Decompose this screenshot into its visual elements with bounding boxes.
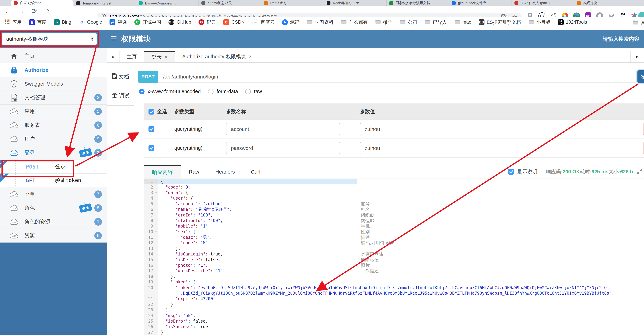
close-tab-icon[interactable]: × (165, 54, 168, 60)
bookmark-item[interactable]: 译翻译 (110, 19, 127, 25)
bookmark-item[interactable]: 应用 (4, 19, 22, 26)
back-icon[interactable]: ← (4, 8, 11, 15)
bookmark-item[interactable]: ∞百度云 (252, 19, 274, 25)
tab-title: https://汇总相关… (208, 1, 235, 5)
bookmark-item[interactable]: bBing (54, 19, 71, 25)
lock-icon (9, 66, 19, 74)
radio-x-www-form-urlencoded[interactable] (139, 89, 144, 94)
bookmark-item[interactable]: 10241024Tools (558, 19, 587, 25)
param-checkbox[interactable] (148, 126, 154, 132)
svg-text:Git: Git (621, 12, 625, 16)
sidebar-item-角色[interactable]: API角色NEW8 (0, 201, 107, 215)
json-response-viewer: 1▾{2 "code": 0,3▾ "data": {4▾ "user": {5… (144, 179, 644, 335)
bookmark-favicon (4, 19, 10, 26)
param-checkbox[interactable] (148, 145, 154, 151)
browser-tab[interactable]: 白家 建设/doc… (11, 0, 74, 6)
header-search-input[interactable]: 请输入搜索内容 (603, 36, 639, 42)
svg-text:API: API (12, 138, 16, 141)
sidebar-item-swagger-models[interactable]: Swagger Models (0, 77, 107, 91)
sidebar-item-服务表[interactable]: API服务表6 (0, 118, 107, 132)
sidebar-endpoint-post[interactable]: NEWPOST登录 (0, 160, 107, 174)
forward-icon[interactable]: → (18, 8, 24, 15)
browser-tab[interactable]: https://汇总相关… (199, 0, 261, 6)
send-button[interactable]: 发 (638, 70, 644, 83)
bookmark-item[interactable]: ✎笔记 (282, 19, 300, 25)
bookmark-item[interactable]: GHGitHub (168, 19, 191, 25)
sidebar-item-文档管理[interactable]: 文档管理3 (0, 91, 107, 104)
browser-tab[interactable]: 867X什么人 (pack)… (512, 0, 574, 6)
bookmark-item[interactable]: 公司 (400, 19, 418, 25)
sidebar-item-应用[interactable]: API应用5 (0, 104, 107, 118)
sidebar-item-authorize[interactable]: Authorize (0, 63, 107, 77)
request-url-input[interactable]: /api/authority/anno/login (158, 71, 636, 83)
browser-tab[interactable]: 国家税务参数演示文档 (386, 0, 449, 6)
field-description: 姓名 (361, 206, 370, 212)
count-badge: 6 (94, 122, 102, 129)
bookmark-item[interactable]: 什么都有 (341, 19, 368, 25)
browser-tab[interactable]: 实现这次… (574, 0, 637, 6)
content-tab[interactable]: 登录× (144, 51, 175, 62)
bookmark-item[interactable]: 百百度 (29, 19, 46, 25)
bookmark-item[interactable]: G码云 (198, 19, 216, 25)
browser-tab[interactable]: Redis 命令… (261, 0, 324, 6)
bookmark-item[interactable]: 已导入 (425, 19, 447, 25)
sidebar-item-资源[interactable]: API资源6 (0, 229, 107, 242)
code-line: 4▾ "user": { (144, 196, 644, 201)
param-value-input[interactable]: zuihou (360, 142, 644, 154)
browser-tab[interactable]: Temporary Interest… (74, 0, 136, 6)
sidebar-endpoint-get[interactable]: NEWGET验证token (0, 174, 107, 187)
fold-arrow-icon[interactable]: ▾ (155, 191, 157, 194)
fold-arrow-icon[interactable]: ▾ (155, 180, 157, 183)
bookmark-item[interactable]: 学习资料 (307, 19, 334, 25)
param-value-input[interactable]: zuihou (360, 123, 644, 136)
content-tab[interactable]: Authorize-authority-权限模块× (175, 51, 259, 62)
sidebar-item-菜单[interactable]: API菜单7 (0, 187, 107, 201)
browser-tab[interactable]: Redis集群リファ… (324, 0, 386, 6)
module-select[interactable]: authority-权限模块 ▲▼ (2, 33, 97, 45)
fold-arrow-icon[interactable]: ▾ (155, 197, 157, 200)
collapse-tabs-icon[interactable]: « (107, 51, 119, 62)
fold-arrow-icon[interactable]: ▾ (155, 280, 157, 284)
menu-toggle-icon[interactable] (111, 36, 116, 40)
bookmark-item[interactable]: ESES搜索引擎文档 (478, 19, 521, 25)
bookmark-item[interactable]: CCSDN (223, 19, 245, 25)
tab-doc[interactable]: 文档 (107, 67, 134, 86)
bookmark-item[interactable]: 微信 (375, 19, 392, 25)
tab-debug[interactable]: 调试 (107, 86, 134, 106)
tab-title: Redis 命令… (270, 1, 290, 5)
response-tab-Curl[interactable]: Curl (243, 165, 268, 178)
close-tab-icon[interactable]: × (249, 54, 252, 59)
bookmark-item[interactable]: GGoogle (79, 19, 102, 25)
select-all-checkbox[interactable] (148, 109, 154, 114)
field-description: 描述 (361, 234, 370, 240)
reload-icon[interactable]: ⟳ (32, 8, 37, 15)
fold-arrow-icon[interactable]: ▾ (155, 230, 157, 234)
param-name-input[interactable]: account (226, 123, 340, 136)
bookmark-item[interactable]: 其 (632, 19, 644, 26)
svg-text:API: API (12, 235, 16, 238)
show-desc-checkbox[interactable] (508, 169, 514, 175)
bookmark-item[interactable]: 小目标 (528, 19, 550, 25)
folder-icon (425, 19, 431, 25)
radio-form-data[interactable] (208, 89, 214, 94)
sidebar-item-用户[interactable]: API用户9 (0, 132, 107, 146)
bookmark-item[interactable]: C开源中国 (134, 19, 161, 25)
sidebar-item-登录[interactable]: API登录NEW2 (0, 146, 107, 160)
response-tab-响应内容[interactable]: 响应内容 (144, 165, 181, 178)
browser-toolbar: ← → ⟳ ⌂ 127.0.0.1:8760/api/gate/doc.html… (0, 6, 644, 17)
expand-tabs-icon[interactable]: » (630, 51, 644, 62)
tab-favicon (452, 1, 456, 5)
bookmark-item[interactable]: mac (454, 19, 471, 25)
home-icon[interactable]: ⌂ (45, 7, 50, 14)
fullscreen-icon[interactable] (636, 168, 642, 176)
content-tab[interactable]: 主页 (119, 51, 144, 62)
radio-raw[interactable] (245, 89, 251, 94)
sidebar-item-角色的资源[interactable]: API角色的资源1 (0, 215, 107, 229)
param-name-input[interactable]: password (226, 142, 340, 154)
browser-tab[interactable]: Bana—Composer… (136, 0, 199, 6)
response-tab-Headers[interactable]: Headers (207, 165, 243, 178)
response-tab-Raw[interactable]: Raw (181, 165, 207, 178)
browser-tab[interactable]: github pack文件应… (449, 0, 512, 6)
svg-text:API: API (12, 125, 16, 127)
sidebar-item-主页[interactable]: 主页 (0, 49, 107, 63)
